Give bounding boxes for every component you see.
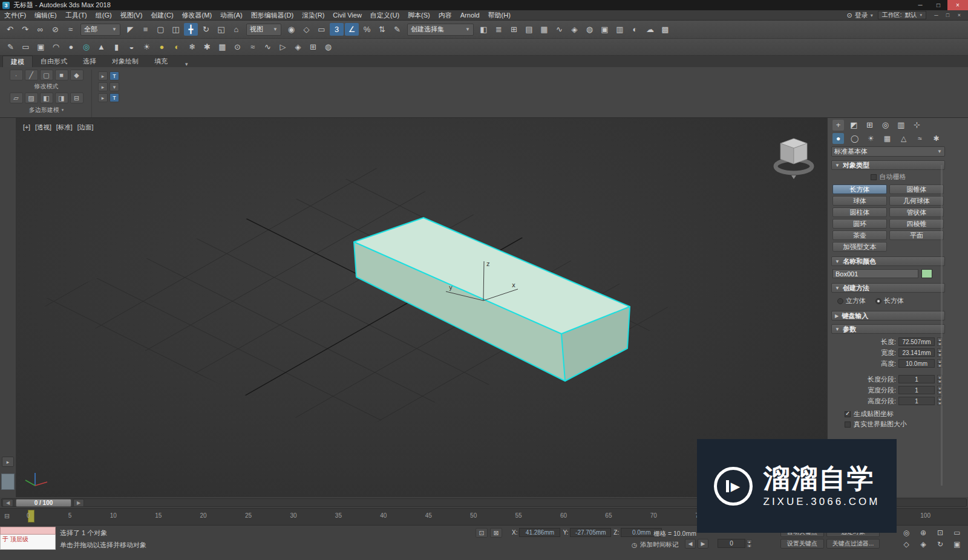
bone-tool-icon[interactable]: ▷	[276, 41, 290, 53]
restore-window-icon[interactable]: □	[943, 12, 953, 18]
polygon-modeling-label[interactable]: 多边形建模	[29, 106, 59, 114]
tab-modeling[interactable]: 建模	[2, 56, 33, 67]
zoom-icon[interactable]: ◎	[898, 527, 914, 538]
tab-object-paint[interactable]: 对象绘制	[104, 56, 146, 67]
helpers-category-icon[interactable]: △	[898, 133, 909, 144]
pan-icon[interactable]: ◈	[915, 539, 931, 549]
zoom-region-icon[interactable]: ▭	[949, 527, 965, 538]
window-crossing-toggle-icon[interactable]: ◫	[169, 23, 183, 36]
soft-selection-icon[interactable]: ▱	[10, 93, 23, 103]
schematic-view-icon[interactable]: ◈	[567, 23, 581, 36]
menu-item[interactable]: Civil View	[329, 10, 365, 21]
layout-thumbnail[interactable]	[1, 474, 15, 490]
undo-icon[interactable]: ↶	[3, 23, 17, 36]
arc-tool-icon[interactable]: ◠	[49, 41, 63, 53]
window-tool-icon[interactable]: ⊞	[306, 41, 320, 53]
select-and-rotate-icon[interactable]: ↻	[199, 23, 213, 36]
tab-selection[interactable]: 选择	[75, 56, 104, 67]
scene-explorer-toggle-icon[interactable]: ⊞	[507, 23, 521, 36]
close-button[interactable]: ×	[947, 0, 968, 10]
parameter-value-field[interactable]: 72.507mm	[898, 337, 935, 346]
cone-tool-icon[interactable]: ▲	[94, 41, 108, 53]
detach-tool-icon[interactable]: ◨	[55, 93, 68, 103]
parameter-value-field[interactable]: 1	[898, 397, 935, 405]
reference-coordinate-dropdown[interactable]: 视图 ▼	[246, 24, 281, 36]
space-warps-category-icon[interactable]: ≈	[914, 133, 926, 144]
viewport-style-menu[interactable]: [标准]	[56, 123, 73, 132]
select-and-scale-icon[interactable]: ◱	[214, 23, 228, 36]
textplus-button[interactable]: 加强型文本	[832, 242, 887, 252]
plane-button[interactable]: 平面	[889, 230, 944, 240]
menu-item[interactable]: 工具(T)	[61, 10, 91, 21]
sphere-tool-icon[interactable]: ●	[64, 41, 78, 53]
bind-to-space-warp-icon[interactable]: ≈	[64, 23, 77, 36]
camera-tool-icon[interactable]: ▦	[215, 41, 229, 53]
shapes-category-icon[interactable]: ◯	[849, 133, 860, 144]
render-production-icon[interactable]: ◐	[628, 23, 642, 36]
maximize-viewport-toggle-icon[interactable]: ▣	[949, 539, 965, 549]
subcategory-dropdown[interactable]: 标准基本体 ▼	[831, 146, 945, 157]
mirror-icon[interactable]: ◧	[477, 23, 491, 36]
parameter-value-field[interactable]: 1	[898, 386, 935, 394]
ring-tool-icon[interactable]: ◎	[79, 41, 93, 53]
layout-flyout-icon[interactable]: ▸	[2, 457, 14, 467]
render-gallery-icon[interactable]: ▩	[658, 23, 672, 36]
rendered-frame-window-icon[interactable]: ▥	[613, 23, 627, 36]
mini-toggle-3-icon[interactable]: ▾	[110, 82, 119, 91]
vertex-mode-icon[interactable]: ∙	[10, 70, 23, 80]
render-tool-icon[interactable]: ◍	[321, 41, 335, 53]
mini-toggle-2-icon[interactable]: ▸	[98, 82, 108, 91]
cone-button[interactable]: 圆锥体	[889, 184, 944, 194]
menu-item[interactable]: 内容	[434, 10, 456, 21]
menu-item[interactable]: 动画(A)	[216, 10, 247, 21]
autogrid-checkbox[interactable]: 自动栅格	[831, 170, 945, 182]
menu-item[interactable]: 文件(F)	[0, 10, 30, 21]
polygon-mode-icon[interactable]: ■	[55, 70, 68, 80]
textplus-tool-2-icon[interactable]: T	[110, 93, 119, 102]
orbit-icon[interactable]: ↻	[932, 539, 948, 549]
menu-item[interactable]: 脚本(S)	[404, 10, 434, 21]
close-window-icon[interactable]: ×	[954, 12, 964, 18]
select-object-icon[interactable]: ◤	[123, 23, 137, 36]
coordinate-field[interactable]: 41.286mm	[519, 528, 560, 537]
next-frame-arrow-icon[interactable]: ▶	[73, 499, 84, 507]
menu-item[interactable]: Arnold	[456, 10, 484, 21]
utilities-tab-icon[interactable]: ⊹	[911, 120, 923, 131]
border-mode-icon[interactable]: ▢	[40, 70, 53, 80]
menu-item[interactable]: 编辑(E)	[30, 10, 61, 21]
textplus-tool-icon[interactable]: T	[110, 71, 119, 80]
hierarchy-tab-icon[interactable]: ⊞	[864, 120, 875, 131]
keyboard-shortcut-toggle-icon[interactable]: ▭	[315, 23, 329, 36]
parameter-value-field[interactable]: 23.141mm	[898, 348, 935, 357]
set-key-button[interactable]: 设置关键点	[780, 539, 824, 549]
spinner-arrows[interactable]	[747, 539, 752, 548]
listener-line[interactable]: 于 顶层级	[0, 535, 56, 550]
sign-in-button[interactable]: ⊙ 登录 ▾	[846, 11, 872, 20]
light-tool-icon[interactable]: ☀	[140, 41, 154, 53]
percent-snap-icon[interactable]: %	[360, 23, 374, 36]
keyboard-entry-rollout-header[interactable]: ▶ 键盘输入	[831, 311, 945, 321]
object-name-input[interactable]	[832, 269, 918, 278]
name-color-rollout-header[interactable]: ▼ 名称和颜色	[831, 256, 945, 266]
render-setup-icon[interactable]: ▣	[598, 23, 612, 36]
minimize-window-icon[interactable]: ─	[931, 12, 941, 18]
maximize-button[interactable]: □	[929, 0, 947, 10]
macro-recorder-line[interactable]	[0, 527, 56, 535]
sun-tool-icon[interactable]: ●	[155, 41, 169, 53]
create-tab-icon[interactable]: +	[832, 120, 844, 131]
ribbon-toggle-icon[interactable]: ▦	[537, 23, 551, 36]
field-of-view-icon[interactable]: ◇	[898, 539, 914, 549]
draw-tool-icon[interactable]: ✎	[4, 41, 18, 53]
angle-snap-icon[interactable]: ∠	[345, 23, 359, 36]
systems-category-icon[interactable]: ✱	[930, 133, 942, 144]
creation-method-rollout-header[interactable]: ▼ 创建方法	[831, 283, 945, 293]
real-world-map-size-checkbox[interactable]: 真实世界贴图大小	[831, 419, 945, 429]
mini-toggle-4-icon[interactable]: ▸	[98, 93, 108, 102]
tab-freeform[interactable]: 自由形式	[33, 56, 75, 67]
box-button[interactable]: 长方体	[832, 184, 887, 194]
select-and-link-icon[interactable]: ∞	[33, 23, 47, 36]
object-type-rollout-header[interactable]: ▼ 对象类型	[831, 160, 945, 170]
parameter-value-field[interactable]: 1	[898, 375, 935, 383]
plane-tool-icon[interactable]: ▭	[19, 41, 33, 53]
render-in-cloud-icon[interactable]: ☁	[643, 23, 657, 36]
